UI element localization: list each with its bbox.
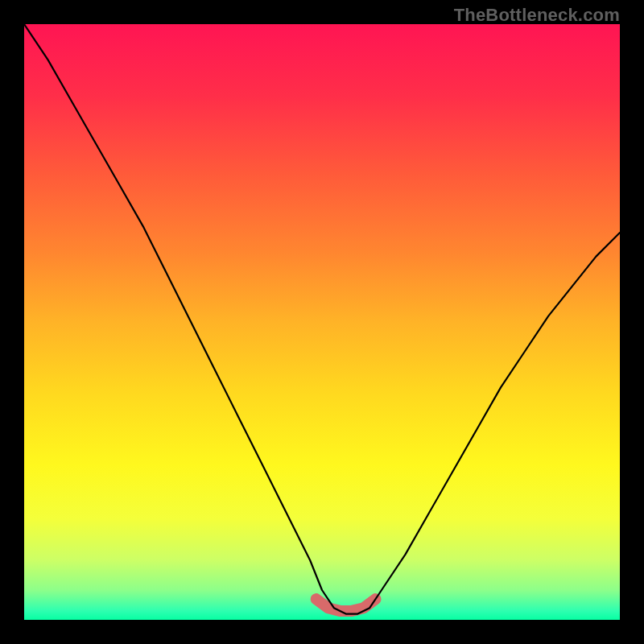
bottleneck-curve (24, 24, 620, 614)
watermark-text: TheBottleneck.com (454, 5, 620, 26)
chart-svg (24, 24, 620, 620)
chart-frame: TheBottleneck.com (0, 0, 644, 644)
plot-area (24, 24, 620, 620)
